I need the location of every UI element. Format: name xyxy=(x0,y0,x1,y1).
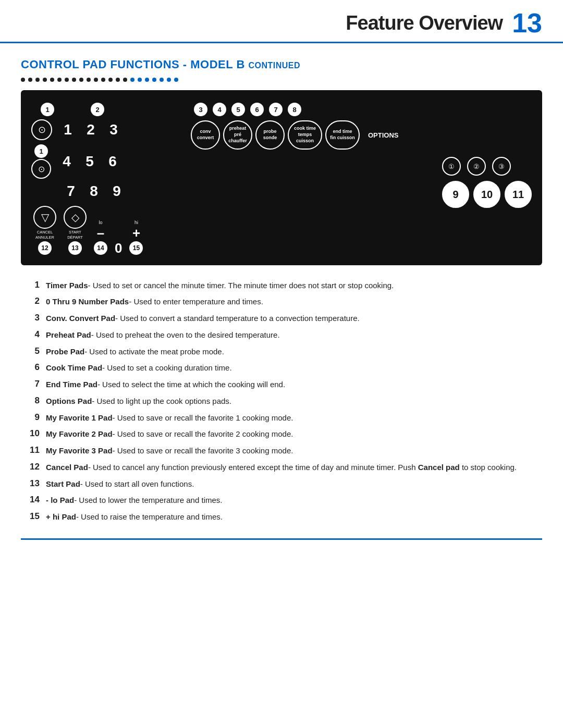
control-panel-diagram: 1 2 ⊙ 1 2 3 xyxy=(21,90,542,265)
desc-item-5: 5 Probe Pad- Used to activate the meat p… xyxy=(21,346,542,357)
pad-5: 5 xyxy=(78,153,101,170)
pad-plus: + xyxy=(132,226,140,240)
section-title: CONTROL PAD FUNCTIONS - MODEL B CONTINUE… xyxy=(21,58,542,71)
desc-item-11: 11 My Favorite 3 Pad- Used to save or re… xyxy=(21,445,542,456)
header: Feature Overview 13 xyxy=(0,0,563,43)
fav-10-large[interactable]: 10 xyxy=(473,181,500,208)
pad-minus: – xyxy=(97,226,104,240)
badge-6-top: 6 xyxy=(250,103,264,116)
fav-11-large[interactable]: 11 xyxy=(505,181,532,208)
badge-8-top: 8 xyxy=(288,103,301,116)
endtime-label2: fin cuisson xyxy=(330,135,355,141)
desc-item-4: 4 Preheat Pad- Used to preheat the oven … xyxy=(21,329,542,341)
cooktime-label2: temps xyxy=(298,132,312,138)
badge-7-top: 7 xyxy=(269,103,283,116)
probe-pad[interactable]: probe sonde xyxy=(255,120,285,150)
badge-12: 12 xyxy=(38,241,52,255)
preheat-pad[interactable]: preheat pré chauffer xyxy=(223,120,252,150)
preheat-label3: chauffer xyxy=(228,138,247,144)
badge-1b: 1 xyxy=(34,144,48,158)
desc-item-6: 6 Cook Time Pad- Used to set a cooking d… xyxy=(21,362,542,374)
badge-15: 15 xyxy=(129,241,143,255)
desc-item-15: 15 + hi Pad- Used to raise the temperatu… xyxy=(21,511,542,523)
pad-6: 6 xyxy=(101,153,124,170)
end-time-pad[interactable]: end time fin cuisson xyxy=(325,120,360,150)
pad-2: 2 xyxy=(79,121,102,138)
desc-item-14: 14 - lo Pad- Used to lower the temperatu… xyxy=(21,495,542,506)
cancel-pad[interactable]: ▽ CANCELANNULER 12 xyxy=(33,206,56,255)
badge-14: 14 xyxy=(94,241,107,255)
timer-pad-icon: ⊙ xyxy=(31,119,52,140)
desc-item-3: 3 Conv. Convert Pad- Used to convert a s… xyxy=(21,313,542,324)
cook-time-pad[interactable]: cook time temps cuisson xyxy=(288,120,322,150)
badge-4-top: 4 xyxy=(213,103,226,116)
start-label: STARTDÉPART xyxy=(67,230,83,240)
badge-5-top: 5 xyxy=(231,103,245,116)
badge-3-top: 3 xyxy=(194,103,207,116)
preheat-label2: pré xyxy=(234,132,241,138)
dot-divider xyxy=(21,78,542,82)
timer-pad-2-icon: ⊙ xyxy=(31,159,51,179)
fav-9-large[interactable]: 9 xyxy=(442,181,469,208)
probe-label2: sonde xyxy=(263,135,277,141)
conv-label1: conv xyxy=(200,129,211,135)
bottom-rule xyxy=(21,538,542,540)
pad-0: 0 xyxy=(115,241,122,255)
pad-3: 3 xyxy=(102,121,125,138)
badge-13: 13 xyxy=(68,241,82,255)
description-list: 1 Timer Pads- Used to set or cancel the … xyxy=(21,280,542,523)
desc-item-2: 2 0 Thru 9 Number Pads- Used to enter te… xyxy=(21,296,542,307)
pad-1: 1 xyxy=(56,121,79,138)
desc-item-9: 9 My Favorite 1 Pad- Used to save or rec… xyxy=(21,412,542,424)
fav-1-small[interactable]: ① xyxy=(442,157,461,176)
cancel-label: CANCELANNULER xyxy=(35,230,54,240)
pad-4: 4 xyxy=(55,153,78,170)
hi-label: hi xyxy=(134,220,138,225)
start-pad[interactable]: ◇ STARTDÉPART 13 xyxy=(64,206,87,255)
desc-item-8: 8 Options Pad- Used to light up the cook… xyxy=(21,396,542,407)
pad-7: 7 xyxy=(59,183,82,200)
conv-label2: convert xyxy=(197,135,214,141)
badge-2: 2 xyxy=(91,103,104,116)
cooktime-label3: cuisson xyxy=(296,138,314,144)
desc-item-13: 13 Start Pad- Used to start all oven fun… xyxy=(21,478,542,490)
pad-9: 9 xyxy=(105,183,128,200)
desc-item-7: 7 End Time Pad- Used to select the time … xyxy=(21,379,542,390)
endtime-label1: end time xyxy=(333,129,352,135)
lo-label: lo xyxy=(99,220,102,225)
page-number: 13 xyxy=(512,9,542,36)
probe-label1: probe xyxy=(263,129,276,135)
options-label: OPTIONS xyxy=(368,131,399,139)
cooktime-label1: cook time xyxy=(294,126,316,132)
conv-pad[interactable]: conv convert xyxy=(191,120,220,150)
page: Feature Overview 13 CONTROL PAD FUNCTION… xyxy=(0,0,563,728)
fav-2-small[interactable]: ② xyxy=(467,157,486,176)
desc-item-10: 10 My Favorite 2 Pad- Used to save or re… xyxy=(21,428,542,440)
desc-item-12: 12 Cancel Pad- Used to cancel any functi… xyxy=(21,462,542,473)
page-title: Feature Overview xyxy=(346,12,503,34)
pad-8: 8 xyxy=(82,183,105,200)
badge-1: 1 xyxy=(41,103,54,116)
fav-3-small[interactable]: ③ xyxy=(492,157,511,176)
desc-item-1: 1 Timer Pads- Used to set or cancel the … xyxy=(21,280,542,291)
preheat-label1: preheat xyxy=(229,126,247,132)
